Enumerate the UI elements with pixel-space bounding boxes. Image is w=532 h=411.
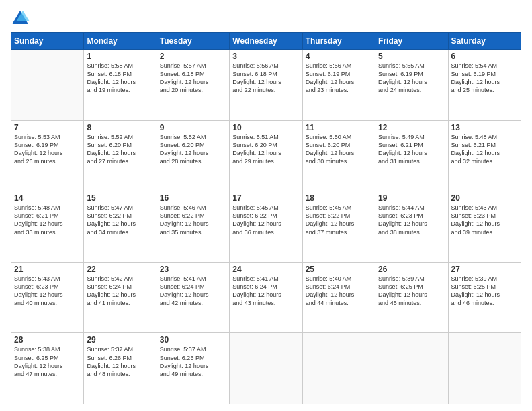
calendar-cell xyxy=(375,333,448,404)
day-info: Sunrise: 5:50 AM Sunset: 6:20 PM Dayligh… xyxy=(306,133,372,166)
day-number: 28 xyxy=(14,335,81,345)
calendar-cell: 2Sunrise: 5:57 AM Sunset: 6:18 PM Daylig… xyxy=(157,50,229,121)
calendar-cell: 18Sunrise: 5:45 AM Sunset: 6:22 PM Dayli… xyxy=(302,191,375,263)
calendar-cell: 25Sunrise: 5:40 AM Sunset: 6:24 PM Dayli… xyxy=(302,262,375,333)
calendar-cell: 9Sunrise: 5:52 AM Sunset: 6:20 PM Daylig… xyxy=(157,120,229,191)
day-info: Sunrise: 5:52 AM Sunset: 6:20 PM Dayligh… xyxy=(87,133,153,166)
logo xyxy=(11,8,32,27)
calendar-cell: 12Sunrise: 5:49 AM Sunset: 6:21 PM Dayli… xyxy=(375,120,448,191)
page: SundayMondayTuesdayWednesdayThursdayFrid… xyxy=(0,0,532,411)
day-number: 23 xyxy=(160,265,226,274)
calendar-cell xyxy=(230,333,302,404)
day-info: Sunrise: 5:41 AM Sunset: 6:24 PM Dayligh… xyxy=(232,275,299,308)
calendar-cell xyxy=(11,50,84,121)
col-header-tuesday: Tuesday xyxy=(157,33,229,50)
day-info: Sunrise: 5:45 AM Sunset: 6:22 PM Dayligh… xyxy=(306,203,372,236)
day-info: Sunrise: 5:56 AM Sunset: 6:19 PM Dayligh… xyxy=(306,62,372,95)
calendar-cell: 14Sunrise: 5:48 AM Sunset: 6:21 PM Dayli… xyxy=(11,191,84,263)
col-header-thursday: Thursday xyxy=(302,33,375,50)
calendar-cell: 22Sunrise: 5:42 AM Sunset: 6:24 PM Dayli… xyxy=(84,262,157,333)
header xyxy=(11,8,521,27)
calendar-cell xyxy=(448,333,521,404)
day-info: Sunrise: 5:38 AM Sunset: 6:25 PM Dayligh… xyxy=(14,345,81,378)
calendar-cell: 19Sunrise: 5:44 AM Sunset: 6:23 PM Dayli… xyxy=(375,191,448,263)
calendar-cell: 4Sunrise: 5:56 AM Sunset: 6:19 PM Daylig… xyxy=(302,50,375,121)
day-info: Sunrise: 5:52 AM Sunset: 6:20 PM Dayligh… xyxy=(160,133,226,166)
calendar-table: SundayMondayTuesdayWednesdayThursdayFrid… xyxy=(11,32,521,404)
day-number: 2 xyxy=(160,52,226,61)
day-info: Sunrise: 5:39 AM Sunset: 6:25 PM Dayligh… xyxy=(378,275,445,308)
day-number: 20 xyxy=(451,193,518,203)
day-number: 25 xyxy=(306,265,372,274)
day-number: 17 xyxy=(232,193,299,203)
day-info: Sunrise: 5:56 AM Sunset: 6:18 PM Dayligh… xyxy=(232,62,299,95)
col-header-friday: Friday xyxy=(375,33,448,50)
col-header-saturday: Saturday xyxy=(448,33,521,50)
calendar-cell: 29Sunrise: 5:37 AM Sunset: 6:26 PM Dayli… xyxy=(84,333,157,404)
calendar-cell: 26Sunrise: 5:39 AM Sunset: 6:25 PM Dayli… xyxy=(375,262,448,333)
day-info: Sunrise: 5:39 AM Sunset: 6:25 PM Dayligh… xyxy=(451,275,518,308)
calendar-cell: 17Sunrise: 5:45 AM Sunset: 6:22 PM Dayli… xyxy=(230,191,302,263)
calendar-cell: 28Sunrise: 5:38 AM Sunset: 6:25 PM Dayli… xyxy=(11,333,84,404)
day-info: Sunrise: 5:51 AM Sunset: 6:20 PM Dayligh… xyxy=(232,133,299,166)
day-info: Sunrise: 5:48 AM Sunset: 6:21 PM Dayligh… xyxy=(14,203,81,236)
calendar-cell: 6Sunrise: 5:54 AM Sunset: 6:19 PM Daylig… xyxy=(448,50,521,121)
day-info: Sunrise: 5:53 AM Sunset: 6:19 PM Dayligh… xyxy=(14,133,81,166)
calendar-cell: 15Sunrise: 5:47 AM Sunset: 6:22 PM Dayli… xyxy=(84,191,157,263)
day-number: 19 xyxy=(378,193,445,203)
day-number: 8 xyxy=(87,123,153,132)
calendar-cell: 30Sunrise: 5:37 AM Sunset: 6:26 PM Dayli… xyxy=(157,333,229,404)
calendar-cell: 20Sunrise: 5:43 AM Sunset: 6:23 PM Dayli… xyxy=(448,191,521,263)
col-header-monday: Monday xyxy=(84,33,157,50)
day-number: 3 xyxy=(232,52,299,61)
day-number: 7 xyxy=(14,123,81,132)
calendar-cell: 16Sunrise: 5:46 AM Sunset: 6:22 PM Dayli… xyxy=(157,191,229,263)
day-number: 11 xyxy=(306,123,372,132)
day-number: 14 xyxy=(14,193,81,203)
day-info: Sunrise: 5:37 AM Sunset: 6:26 PM Dayligh… xyxy=(87,345,153,378)
calendar-cell: 21Sunrise: 5:43 AM Sunset: 6:23 PM Dayli… xyxy=(11,262,84,333)
day-info: Sunrise: 5:41 AM Sunset: 6:24 PM Dayligh… xyxy=(160,275,226,308)
calendar-cell: 23Sunrise: 5:41 AM Sunset: 6:24 PM Dayli… xyxy=(157,262,229,333)
calendar-cell: 10Sunrise: 5:51 AM Sunset: 6:20 PM Dayli… xyxy=(230,120,302,191)
day-number: 27 xyxy=(451,265,518,274)
day-number: 26 xyxy=(378,265,445,274)
day-info: Sunrise: 5:43 AM Sunset: 6:23 PM Dayligh… xyxy=(451,203,518,236)
day-info: Sunrise: 5:55 AM Sunset: 6:19 PM Dayligh… xyxy=(378,62,445,95)
day-number: 9 xyxy=(160,123,226,132)
calendar-cell xyxy=(302,333,375,404)
day-info: Sunrise: 5:37 AM Sunset: 6:26 PM Dayligh… xyxy=(160,345,226,378)
day-number: 5 xyxy=(378,52,445,61)
day-number: 4 xyxy=(306,52,372,61)
day-info: Sunrise: 5:40 AM Sunset: 6:24 PM Dayligh… xyxy=(306,275,372,308)
day-number: 18 xyxy=(306,193,372,203)
logo-icon xyxy=(11,8,30,27)
calendar-cell: 3Sunrise: 5:56 AM Sunset: 6:18 PM Daylig… xyxy=(230,50,302,121)
day-number: 16 xyxy=(160,193,226,203)
day-number: 22 xyxy=(87,265,153,274)
day-info: Sunrise: 5:46 AM Sunset: 6:22 PM Dayligh… xyxy=(160,203,226,236)
day-info: Sunrise: 5:43 AM Sunset: 6:23 PM Dayligh… xyxy=(14,275,81,308)
calendar-cell: 8Sunrise: 5:52 AM Sunset: 6:20 PM Daylig… xyxy=(84,120,157,191)
day-number: 12 xyxy=(378,123,445,132)
day-number: 21 xyxy=(14,265,81,274)
day-info: Sunrise: 5:44 AM Sunset: 6:23 PM Dayligh… xyxy=(378,203,445,236)
calendar-cell: 27Sunrise: 5:39 AM Sunset: 6:25 PM Dayli… xyxy=(448,262,521,333)
day-number: 29 xyxy=(87,335,153,345)
day-number: 15 xyxy=(87,193,153,203)
day-info: Sunrise: 5:54 AM Sunset: 6:19 PM Dayligh… xyxy=(451,62,518,95)
day-number: 24 xyxy=(232,265,299,274)
col-header-wednesday: Wednesday xyxy=(230,33,302,50)
day-number: 6 xyxy=(451,52,518,61)
day-number: 1 xyxy=(87,52,153,61)
col-header-sunday: Sunday xyxy=(11,33,84,50)
calendar-cell: 7Sunrise: 5:53 AM Sunset: 6:19 PM Daylig… xyxy=(11,120,84,191)
day-number: 13 xyxy=(451,123,518,132)
day-info: Sunrise: 5:58 AM Sunset: 6:18 PM Dayligh… xyxy=(87,62,153,95)
day-info: Sunrise: 5:48 AM Sunset: 6:21 PM Dayligh… xyxy=(451,133,518,166)
day-info: Sunrise: 5:57 AM Sunset: 6:18 PM Dayligh… xyxy=(160,62,226,95)
calendar-cell: 13Sunrise: 5:48 AM Sunset: 6:21 PM Dayli… xyxy=(448,120,521,191)
day-number: 10 xyxy=(232,123,299,132)
calendar-cell: 5Sunrise: 5:55 AM Sunset: 6:19 PM Daylig… xyxy=(375,50,448,121)
calendar-cell: 11Sunrise: 5:50 AM Sunset: 6:20 PM Dayli… xyxy=(302,120,375,191)
